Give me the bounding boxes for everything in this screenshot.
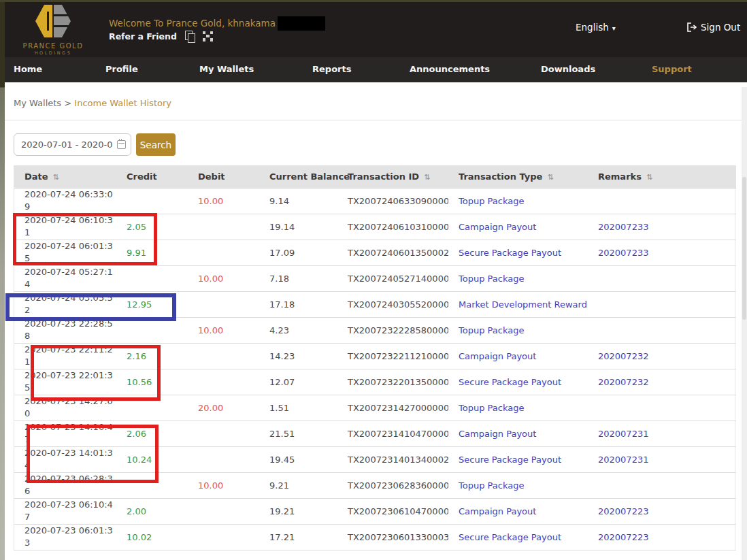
credit-cell: 2.06 [116, 421, 188, 446]
credit-cell: 9.91 [116, 240, 188, 265]
nav-item-announcements[interactable]: Announcements [410, 64, 490, 74]
date-cell: 2020-07-24 03:05:52 [14, 291, 116, 317]
debit-cell: 10.00 [188, 265, 259, 291]
transaction-type-cell: Campaign Payout [448, 343, 588, 369]
transaction-id-cell: TX20072314013400026 [337, 446, 448, 472]
current-balance-cell: 19.45 [259, 446, 337, 472]
debit-cell [188, 343, 259, 369]
table-row: 2020-07-23 22:01:3510.5612.07TX200723220… [14, 369, 736, 395]
table-row: 2020-07-23 22:11:212.1614.23TX2007232211… [14, 343, 736, 369]
remarks-cell: 202007223 [588, 524, 736, 550]
column-header-transaction-type[interactable]: Transaction Type⇅ [448, 165, 588, 188]
prance-gold-hexagon-logo-icon [35, 5, 71, 37]
current-balance-cell: 17.09 [259, 240, 337, 265]
table-row: 2020-07-23 22:28:5810.004.23TX2007232228… [14, 317, 736, 343]
credit-cell: 10.56 [116, 369, 188, 395]
breadcrumb: My Wallets > Income Wallet History [14, 98, 171, 108]
copy-referral-link-icon[interactable] [185, 31, 195, 42]
remarks-cell: 202007233 [588, 214, 736, 240]
date-cell: 2020-07-23 14:10:47 [14, 421, 116, 446]
table-row: 2020-07-24 06:10:312.0519.14TX2007240610… [14, 214, 736, 240]
window-left-edge [0, 0, 5, 560]
date-cell: 2020-07-23 14:01:34 [14, 446, 116, 472]
redacted-username [278, 16, 325, 31]
transaction-type-cell: Topup Package [448, 472, 588, 498]
welcome-message: Welcome To Prance Gold, khnakama [109, 16, 325, 31]
credit-cell [116, 188, 188, 214]
breadcrumb-my-wallets[interactable]: My Wallets [14, 98, 61, 108]
table-row: 2020-07-23 06:01:3310.0217.21TX200723060… [14, 524, 736, 550]
language-selector[interactable]: English▾ [576, 22, 616, 33]
debit-cell: 10.00 [188, 472, 259, 498]
current-balance-cell: 9.21 [259, 472, 337, 498]
credit-cell: 10.24 [116, 446, 188, 472]
column-header-transaction-id[interactable]: Transaction ID⇅ [337, 165, 448, 188]
vertical-scrollbar[interactable] [742, 87, 747, 560]
sort-icon[interactable]: ⇅ [646, 173, 652, 182]
remarks-cell: 202007231 [588, 421, 736, 446]
column-header-remarks[interactable]: Remarks⇅ [588, 165, 736, 188]
refer-a-friend: Refer a Friend [109, 31, 213, 42]
chevron-down-icon: ▾ [612, 24, 616, 32]
credit-cell: 2.05 [116, 214, 188, 240]
date-cell: 2020-07-23 06:01:33 [14, 524, 116, 550]
calendar-icon[interactable] [117, 140, 126, 149]
debit-cell: 10.00 [188, 317, 259, 343]
table-row: 2020-07-23 06:10:472.0019.21TX2007230610… [14, 498, 736, 524]
debit-cell [188, 498, 259, 524]
table-body: 2020-07-24 06:33:0910.009.14TX2007240633… [14, 188, 736, 550]
current-balance-cell: 9.14 [259, 188, 337, 214]
column-header-date[interactable]: Date⇅ [14, 165, 116, 188]
refer-a-friend-label: Refer a Friend [109, 31, 177, 42]
nav-item-my-wallets[interactable]: My Wallets [199, 64, 254, 74]
sort-icon[interactable]: ⇅ [547, 173, 553, 182]
table-row: 2020-07-24 06:01:359.9117.09TX2007240601… [14, 240, 736, 265]
current-balance-cell: 19.21 [259, 498, 337, 524]
current-balance-cell: 7.18 [259, 265, 337, 291]
transaction-type-cell: Market Development Reward [448, 291, 588, 317]
transaction-type-cell: Campaign Payout [448, 214, 588, 240]
column-header-current-balance: Current Balance [259, 165, 337, 188]
date-cell: 2020-07-23 06:28:36 [14, 472, 116, 498]
sort-icon[interactable]: ⇅ [53, 173, 59, 182]
transaction-type-cell: Secure Package Payout [448, 240, 588, 265]
brand-logo[interactable]: PRANCE GOLD HOLDINGS [19, 5, 87, 56]
table-row: 2020-07-24 03:05:5212.9517.18TX200724030… [14, 291, 736, 317]
nav-item-profile[interactable]: Profile [105, 64, 138, 74]
nav-item-home[interactable]: Home [14, 64, 42, 74]
breadcrumb-current-page: Income Wallet History [74, 98, 171, 108]
nav-item-downloads[interactable]: Downloads [541, 64, 595, 74]
remarks-cell [588, 472, 736, 498]
nav-item-reports[interactable]: Reports [312, 64, 351, 74]
credit-cell [116, 317, 188, 343]
breadcrumb-separator: > [64, 98, 71, 108]
transaction-type-cell: Topup Package [448, 395, 588, 421]
remarks-cell: 202007232 [588, 369, 736, 395]
qr-code-icon[interactable] [203, 31, 213, 42]
current-balance-cell: 21.51 [259, 421, 337, 446]
date-range-input[interactable] [14, 133, 131, 156]
table-row: 2020-07-23 14:10:472.0621.51TX2007231410… [14, 421, 736, 446]
window-top-edge [0, 0, 747, 2]
nav-item-support[interactable]: Support [652, 64, 692, 74]
credit-cell: 2.00 [116, 498, 188, 524]
date-cell: 2020-07-23 06:10:47 [14, 498, 116, 524]
credit-cell [116, 265, 188, 291]
transaction-id-cell: TX20072306283600001 [337, 472, 448, 498]
transaction-id-cell: TX20072314270000002 [337, 395, 448, 421]
date-cell: 2020-07-24 06:10:31 [14, 214, 116, 240]
transaction-id-cell: TX20072306013300032 [337, 524, 448, 550]
sign-out-button[interactable]: Sign Out [687, 22, 740, 33]
date-cell: 2020-07-23 14:27:00 [14, 395, 116, 421]
current-balance-cell: 1.51 [259, 395, 337, 421]
date-cell: 2020-07-24 06:33:09 [14, 188, 116, 214]
debit-cell [188, 524, 259, 550]
credit-cell: 2.16 [116, 343, 188, 369]
search-button[interactable]: Search [136, 133, 176, 156]
debit-cell [188, 446, 259, 472]
transaction-type-cell: Topup Package [448, 188, 588, 214]
date-cell: 2020-07-24 06:01:35 [14, 240, 116, 265]
debit-cell: 10.00 [188, 188, 259, 214]
sort-icon[interactable]: ⇅ [424, 173, 430, 182]
scrollbar-thumb[interactable] [742, 177, 746, 320]
